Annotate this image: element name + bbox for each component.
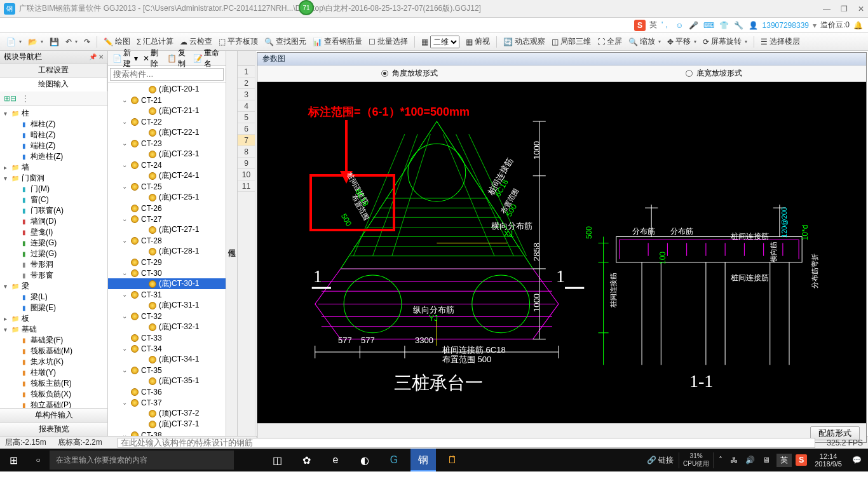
component-tree-item[interactable]: (底)CT-28-1 — [108, 246, 226, 257]
component-tree-item[interactable]: ⌄CT-21 — [108, 95, 226, 105]
batch-button[interactable]: ☐ 批量选择 — [366, 35, 410, 48]
app-1-icon[interactable]: ✿ — [294, 449, 319, 471]
component-tree-item[interactable]: CT-36 — [108, 386, 226, 397]
component-tree[interactable]: (底)CT-20-1⌄CT-21(底)CT-21-1⌄CT-22(底)CT-22… — [108, 83, 226, 436]
component-tree-item[interactable]: ⌄CT-31 — [108, 289, 226, 300]
nav-tree-item[interactable]: ▮带形洞 — [1, 259, 106, 270]
redo-button[interactable]: ↷ — [81, 36, 93, 48]
row-index[interactable]: 8 — [238, 146, 255, 158]
ime-lang-tray[interactable]: 英 — [776, 454, 792, 467]
start-button[interactable]: ⊞ — [0, 449, 27, 471]
nav-tree-item[interactable]: ▾📁基础 — [1, 324, 106, 335]
nav-tree-item[interactable]: ▮暗柱(Z) — [1, 130, 106, 140]
nav-tree-item[interactable]: ▮墙洞(D) — [1, 216, 106, 227]
component-tree-item[interactable]: ⌄CT-25 — [108, 181, 226, 192]
zoom-button[interactable]: 🔍 缩放▾ — [626, 35, 663, 48]
save-button[interactable]: 💾 — [47, 36, 62, 48]
pin-icon[interactable]: 📌 ✕ — [89, 53, 104, 60]
tab-draw-input[interactable]: 绘图输入 — [0, 78, 107, 92]
network-icon[interactable]: 🖧 — [728, 456, 740, 464]
volume-icon[interactable]: 🔊 — [743, 456, 757, 464]
clock[interactable]: 12:142018/9/5 — [810, 452, 847, 468]
nav-tree-item[interactable]: ▾📁门窗洞 — [1, 173, 106, 184]
tab-angle-slope[interactable]: 角度放坡形式 — [257, 68, 562, 79]
floor-button[interactable]: ☰ 选择楼层 — [758, 35, 803, 48]
component-tree-item[interactable]: (底)CT-21-1 — [108, 105, 226, 116]
nav-tree-item[interactable]: ▾📁梁 — [1, 281, 106, 292]
nav-tree-item[interactable]: ▮基础梁(F) — [1, 335, 106, 346]
component-tree-item[interactable]: CT-26 — [108, 203, 226, 214]
new-file-button[interactable]: 📄▾ — [4, 36, 24, 48]
component-tree-item[interactable]: ⌄CT-27 — [108, 214, 226, 224]
component-tree-item[interactable]: (底)CT-25-1 — [108, 192, 226, 203]
special-rebar-input[interactable] — [118, 438, 816, 448]
sogou-tray-icon[interactable]: S — [796, 454, 807, 466]
app-2-icon[interactable]: ◐ — [352, 449, 377, 471]
row-index[interactable]: 10 — [238, 169, 255, 180]
nav-tree-item[interactable]: ▮梁(L) — [1, 292, 106, 302]
nav-tree-item[interactable]: ▮集水坑(K) — [1, 356, 106, 367]
component-tree-item[interactable]: (底)CT-20-1 — [108, 84, 226, 95]
nav-tree-item[interactable]: ▸📁板 — [1, 313, 106, 324]
component-tree-item[interactable]: CT-33 — [108, 332, 226, 343]
nav-tree-item[interactable]: ▮门(M) — [1, 184, 106, 194]
nav-tree-item[interactable]: ▮带形窗 — [1, 270, 106, 281]
row-index[interactable]: 9 — [238, 158, 255, 169]
nav-tree-item[interactable]: ▾📁柱 — [1, 108, 106, 119]
nav-tree-item[interactable]: ▮筏板负筋(X) — [1, 389, 106, 400]
tree-collapse-icon[interactable]: ⋮ — [22, 94, 29, 103]
view2d-select[interactable]: ▦ 二维 — [419, 34, 462, 50]
nav-tree-item[interactable]: ▮筏板基础(M) — [1, 346, 106, 356]
report-preview-button[interactable]: 报表预览 — [0, 422, 107, 436]
nav-tree-item[interactable]: ▮圈梁(E) — [1, 302, 106, 313]
rotate-button[interactable]: ⟳ 屏幕旋转▾ — [700, 35, 750, 48]
taskbar-search[interactable]: 在这里输入你要搜索的内容 — [50, 451, 234, 470]
overlook-button[interactable]: ▦ 俯视 — [463, 35, 492, 48]
row-index[interactable]: 4 — [238, 100, 255, 112]
nav-tree-item[interactable]: ▮连梁(G) — [1, 238, 106, 248]
property-panel-label[interactable]: 属性 — [226, 51, 238, 436]
component-tree-item[interactable]: (底)CT-24-1 — [108, 170, 226, 181]
open-button[interactable]: 📂▾ — [25, 36, 46, 48]
minimize-button[interactable]: — — [823, 4, 831, 13]
battery-icon[interactable]: 🖥 — [760, 456, 773, 464]
tab-project-settings[interactable]: 工程设置 — [0, 64, 107, 77]
dyn-button[interactable]: 🔄 动态观察 — [501, 35, 548, 48]
component-tree-item[interactable]: ⌄CT-37 — [108, 397, 226, 408]
close-button[interactable]: ✕ — [858, 4, 864, 13]
ime-lang[interactable]: 英 — [649, 20, 657, 30]
cortana-icon[interactable]: ○ — [27, 456, 50, 464]
local3d-button[interactable]: ◫ 局部三维 — [549, 35, 593, 48]
skin-icon[interactable]: 👕 — [719, 21, 729, 30]
component-tree-item[interactable]: ⌄CT-23 — [108, 138, 226, 149]
toolbox-icon[interactable]: 🔧 — [734, 21, 743, 30]
fullscreen-button[interactable]: ⛶ 全屏 — [595, 35, 625, 48]
view-steel-button[interactable]: 📊 查看钢筋量 — [310, 35, 365, 48]
component-tree-item[interactable]: (底)CT-37-1 — [108, 419, 226, 430]
maximize-button[interactable]: ❐ — [841, 4, 848, 13]
nav-tree-item[interactable]: ▸📁墙 — [1, 162, 106, 173]
row-index[interactable]: 2 — [238, 78, 255, 89]
notification-icon[interactable]: 💬 — [850, 456, 864, 464]
sogou-icon[interactable]: S — [634, 20, 646, 31]
nav-tree-item[interactable]: ▮壁龛(I) — [1, 227, 106, 238]
ggj-taskbar-icon[interactable]: 钢 — [410, 449, 436, 471]
row-index[interactable]: 11 — [238, 180, 255, 192]
nav-tree[interactable]: ▾📁柱▮框柱(Z)▮暗柱(Z)▮端柱(Z)▮构造柱(Z)▸📁墙▾📁门窗洞▮门(M… — [0, 105, 107, 408]
edge-icon[interactable]: e — [323, 449, 348, 471]
bell-icon[interactable]: 🔔 — [853, 21, 863, 30]
nav-tree-item[interactable]: ▮柱墩(Y) — [1, 367, 106, 378]
component-tree-item[interactable]: CT-29 — [108, 257, 226, 268]
task-view-icon[interactable]: ◫ — [264, 449, 290, 471]
user-icon[interactable]: 👤 — [749, 21, 758, 30]
nav-tree-item[interactable]: ▮窗(C) — [1, 194, 106, 205]
component-tree-item[interactable]: (底)CT-27-1 — [108, 224, 226, 235]
component-tree-item[interactable]: ⌄CT-22 — [108, 116, 226, 127]
drawing-canvas[interactable]: 标注范围=（6-1）*100=500mm 横向分布筋 XJ 纵向分布筋 YJ 桩… — [257, 82, 866, 423]
search-input[interactable] — [110, 68, 224, 81]
tray-up-icon[interactable]: ˄ — [716, 456, 725, 464]
nav-tree-item[interactable]: ▮框柱(Z) — [1, 119, 106, 130]
tab-width-slope[interactable]: 底宽放坡形式 — [562, 68, 866, 79]
component-tree-item[interactable]: (底)CT-31-1 — [108, 300, 226, 311]
component-tree-item[interactable]: ⌄CT-24 — [108, 159, 226, 170]
